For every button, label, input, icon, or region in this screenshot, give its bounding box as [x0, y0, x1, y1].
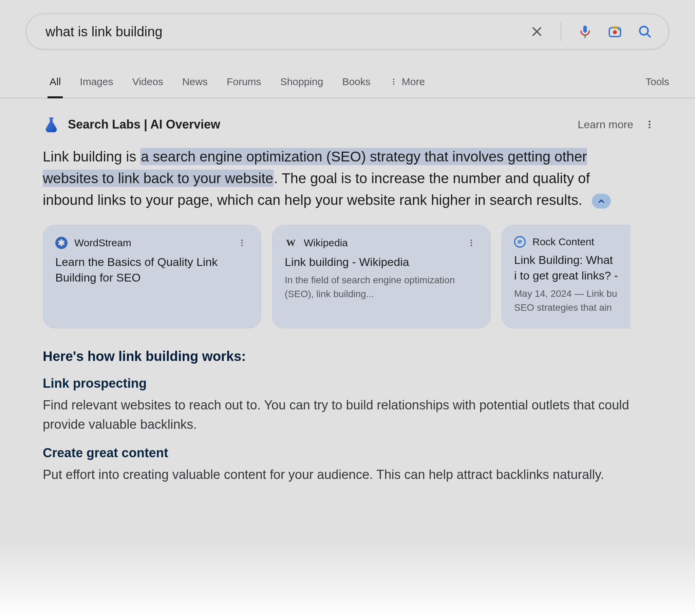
tab-label: More — [402, 76, 425, 87]
svg-point-20 — [471, 245, 472, 246]
source-site-name: WordStream — [74, 237, 131, 249]
source-cards-row: ✱ WordStream Learn the Basics of Quality… — [43, 225, 658, 328]
svg-point-9 — [393, 79, 394, 80]
more-dots-icon — [390, 78, 398, 86]
aio-text-prefix: Link building is — [43, 149, 140, 165]
section-body-prospecting: Find relevant websites to reach out to. … — [43, 395, 633, 434]
flask-icon — [43, 116, 60, 133]
svg-rect-5 — [612, 26, 617, 28]
svg-point-4 — [613, 30, 617, 34]
svg-point-15 — [241, 240, 243, 241]
clear-icon[interactable] — [529, 23, 545, 40]
svg-point-19 — [471, 242, 472, 243]
tab-more[interactable]: More — [390, 66, 425, 98]
card-menu-button[interactable] — [235, 236, 249, 250]
tab-images[interactable]: Images — [80, 66, 113, 98]
card-menu-button[interactable] — [464, 236, 478, 250]
tools-label: Tools — [645, 76, 669, 87]
section-body-content: Put effort into creating valuable conten… — [43, 465, 633, 484]
svg-point-18 — [471, 240, 472, 241]
svg-point-13 — [648, 123, 650, 125]
tabs-row: All Images Videos News Forums Shopping B… — [0, 66, 695, 98]
svg-point-17 — [241, 245, 243, 246]
ai-overview-title: Search Labs | AI Overview — [68, 117, 220, 132]
more-dots-icon — [644, 119, 655, 130]
tab-all[interactable]: All — [50, 66, 61, 98]
svg-point-11 — [393, 83, 394, 85]
learn-more-link[interactable]: Learn more — [578, 118, 633, 131]
source-card-wikipedia[interactable]: W Wikipedia Link building - Wikipedia In… — [272, 225, 491, 328]
tools-link[interactable]: Tools — [645, 76, 669, 87]
svg-point-12 — [648, 121, 650, 123]
source-site-name: Wikipedia — [304, 237, 348, 249]
tab-label: All — [50, 76, 61, 87]
tab-videos[interactable]: Videos — [132, 66, 163, 98]
tab-label: Videos — [132, 76, 163, 87]
search-input[interactable] — [46, 24, 529, 39]
svg-point-10 — [393, 81, 394, 82]
source-title: Link Building: What i to get great links… — [514, 252, 618, 284]
howto-heading: Here's how link building works: — [43, 349, 658, 364]
svg-point-14 — [648, 126, 650, 129]
source-snippet: May 14, 2024 — Link bu SEO strategies th… — [514, 287, 618, 314]
divider — [561, 22, 561, 41]
tab-books[interactable]: Books — [342, 66, 370, 98]
tab-label: Forums — [227, 76, 261, 87]
tab-label: Books — [342, 76, 370, 87]
svg-point-16 — [241, 242, 243, 243]
rockcontent-icon — [514, 236, 526, 247]
ai-overview-header: Search Labs | AI Overview Learn more — [43, 116, 658, 133]
tab-label: Shopping — [280, 76, 323, 87]
source-title: Learn the Basics of Quality Link Buildin… — [55, 254, 249, 286]
section-title-prospecting: Link prospecting — [43, 376, 658, 391]
tab-label: News — [182, 76, 208, 87]
section-title-content: Create great content — [43, 446, 658, 460]
tab-forums[interactable]: Forums — [227, 66, 261, 98]
camera-icon[interactable] — [607, 23, 623, 40]
source-card-rockcontent[interactable]: Rock Content Link Building: What i to ge… — [502, 225, 630, 328]
source-site-name: Rock Content — [532, 236, 594, 247]
tab-news[interactable]: News — [182, 66, 208, 98]
search-bar[interactable] — [26, 14, 669, 50]
wordstream-icon: ✱ — [55, 237, 68, 249]
search-icon[interactable] — [637, 23, 653, 40]
svg-line-8 — [647, 34, 650, 37]
ai-overview-text: Link building is a search engine optimiz… — [43, 146, 640, 211]
source-title: Link building - Wikipedia — [285, 254, 478, 270]
tab-shopping[interactable]: Shopping — [280, 66, 323, 98]
collapse-toggle[interactable] — [592, 194, 611, 209]
overflow-menu-button[interactable] — [641, 116, 658, 133]
source-snippet: In the field of search engine optimizati… — [285, 273, 478, 301]
chevron-up-icon — [597, 197, 606, 206]
svg-point-6 — [618, 29, 619, 30]
source-card-wordstream[interactable]: ✱ WordStream Learn the Basics of Quality… — [43, 225, 261, 328]
tab-label: Images — [80, 76, 113, 87]
more-dots-icon — [238, 238, 247, 247]
more-dots-icon — [467, 238, 476, 247]
mic-icon[interactable] — [577, 23, 593, 40]
wikipedia-icon: W — [285, 237, 297, 249]
